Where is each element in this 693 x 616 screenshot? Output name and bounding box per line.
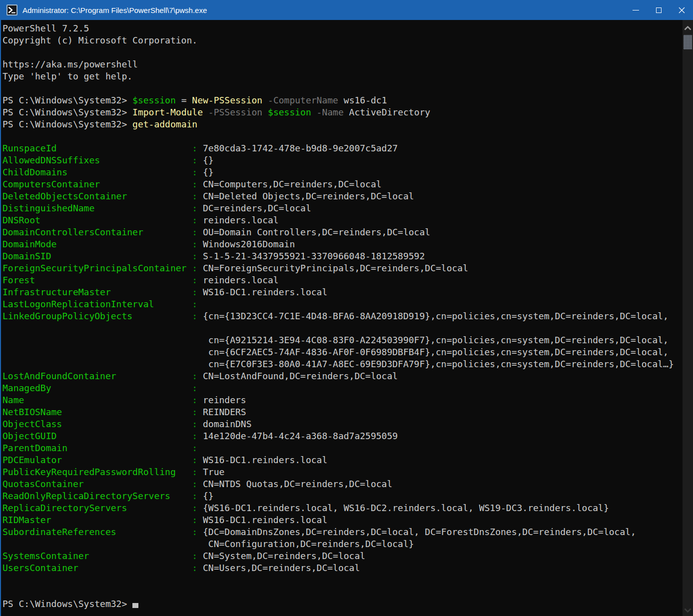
console-content: PowerShell 7.2.5Copyright (c) Microsoft … xyxy=(0,20,693,616)
token-default: ActiveDirectory xyxy=(344,107,430,117)
property-name: ParentDomain xyxy=(2,443,186,453)
maximize-button[interactable] xyxy=(647,0,670,20)
terminal-line: DomainSID : S-1-5-21-3437955921-33709660… xyxy=(2,250,683,262)
property-value: OU=Domain Controllers,DC=reinders,DC=loc… xyxy=(203,227,430,237)
command-input-line[interactable]: PS C:\Windows\System32> xyxy=(2,598,683,610)
colon-separator: : xyxy=(186,431,203,441)
terminal-line: LastLogonReplicationInterval : xyxy=(2,298,683,310)
colon-separator: : xyxy=(186,419,203,429)
terminal-line xyxy=(2,574,683,586)
terminal-line: ManagedBy : xyxy=(2,382,683,394)
property-value: 7e80cda3-1742-478e-b9d8-9e2007c5ad27 xyxy=(203,143,398,153)
powershell-window: Administrator: C:\Program Files\PowerShe… xyxy=(0,0,693,616)
property-value: CN=Deleted Objects,DC=reinders,DC=local xyxy=(203,191,414,201)
property-value: reinders.local xyxy=(203,275,279,285)
terminal-line: ForeignSecurityPrincipalsContainer : CN=… xyxy=(2,262,683,274)
banner-text: PowerShell 7.2.5 xyxy=(2,23,89,33)
token-default xyxy=(262,95,268,105)
property-value: {} xyxy=(203,167,214,177)
banner-text: https://aka.ms/powershell xyxy=(2,59,138,69)
property-value: CN=System,DC=reinders,DC=local xyxy=(203,551,365,561)
colon-separator: : xyxy=(186,527,203,537)
property-name: NetBIOSName xyxy=(2,407,186,417)
terminal-line: DomainControllersContainer : OU=Domain C… xyxy=(2,226,683,238)
property-name: ChildDomains xyxy=(2,167,186,177)
terminal-line: RunspaceId : 7e80cda3-1742-478e-b9d8-9e2… xyxy=(2,142,683,154)
terminal-line: ObjectGUID : 14e120de-47b4-4c24-a368-8ad… xyxy=(2,430,683,442)
terminal-line: CN=Configuration,DC=reinders,DC=local} xyxy=(2,538,683,550)
property-value-continuation: cn={E7C0F3E3-80A0-41A7-A8EC-69E9D3DFA79F… xyxy=(2,359,674,369)
terminal-line: ReplicaDirectoryServers : {WS16-DC1.rein… xyxy=(2,502,683,514)
property-name: Forest xyxy=(2,275,186,285)
powershell-icon xyxy=(6,4,17,15)
colon-separator: : xyxy=(186,227,203,237)
terminal-line: Name : reinders xyxy=(2,394,683,406)
terminal-line: UsersContainer : CN=Users,DC=reinders,DC… xyxy=(2,562,683,574)
property-name: AllowedDNSSuffixes xyxy=(2,155,186,165)
property-name: RIDMaster xyxy=(2,515,186,525)
prompt: PS C:\Windows\System32> xyxy=(2,599,132,609)
terminal-line xyxy=(2,322,683,334)
scroll-thumb[interactable] xyxy=(684,35,692,49)
colon-separator: : xyxy=(186,155,203,165)
token-parameter: -ComputerName xyxy=(268,95,338,105)
terminal-line: PS C:\Windows\System32> $session = New-P… xyxy=(2,94,683,106)
token-operator: = xyxy=(181,95,187,105)
property-value: DC=reinders,DC=local xyxy=(203,203,311,213)
text-cursor xyxy=(132,603,138,608)
property-name: InfrastructureMaster xyxy=(2,287,186,297)
property-value: {cn={13D23CC4-7C1E-4D48-BFA6-8AA20918D91… xyxy=(203,311,669,321)
terminal-line: NetBIOSName : REINDERS xyxy=(2,406,683,418)
terminal-line: ComputersContainer : CN=Computers,DC=rei… xyxy=(2,178,683,190)
token-default xyxy=(186,95,192,105)
property-name: QuotasContainer xyxy=(2,479,186,489)
terminal-line: LostAndFoundContainer : CN=LostAndFound,… xyxy=(2,370,683,382)
colon-separator: : xyxy=(186,563,203,573)
banner-text: Copyright (c) Microsoft Corporation. xyxy=(2,35,197,45)
token-command: New-PSSession xyxy=(192,95,262,105)
colon-separator: : xyxy=(186,143,203,153)
scrollbar[interactable] xyxy=(683,20,693,616)
terminal-line: ChildDomains : {} xyxy=(2,166,683,178)
property-name: DomainSID xyxy=(2,251,186,261)
terminal-line: cn={6CF2AEC5-74AF-4836-AF0F-0F6989DBFB4F… xyxy=(2,346,683,358)
property-name: DeletedObjectsContainer xyxy=(2,191,186,201)
token-default xyxy=(203,107,208,117)
scroll-up-arrow[interactable] xyxy=(683,23,693,33)
property-value: {WS16-DC1.reinders.local, WS16-DC2.reind… xyxy=(203,503,609,513)
minimize-button[interactable] xyxy=(624,0,647,20)
terminal-line: PowerShell 7.2.5 xyxy=(2,22,683,34)
property-name: PublicKeyRequiredPasswordRolling xyxy=(2,467,186,477)
colon-separator: : xyxy=(186,371,203,381)
property-name: SystemsContainer xyxy=(2,551,186,561)
property-name: ReadOnlyReplicaDirectoryServers xyxy=(2,491,186,501)
property-value-continuation: cn={6CF2AEC5-74AF-4836-AF0F-0F6989DBFB4F… xyxy=(2,347,669,357)
property-name: DomainControllersContainer xyxy=(2,227,186,237)
window-title: Administrator: C:\Program Files\PowerShe… xyxy=(22,6,207,14)
terminal-line: https://aka.ms/powershell xyxy=(2,58,683,70)
close-button[interactable] xyxy=(670,0,693,20)
terminal-line: RIDMaster : WS16-DC1.reinders.local xyxy=(2,514,683,526)
terminal-line: DomainMode : Windows2016Domain xyxy=(2,238,683,250)
terminal-line: AllowedDNSSuffixes : {} xyxy=(2,154,683,166)
titlebar[interactable]: Administrator: C:\Program Files\PowerShe… xyxy=(0,0,693,20)
token-default xyxy=(262,107,268,117)
terminal-line xyxy=(2,586,683,598)
terminal-line: PS C:\Windows\System32> Import-Module -P… xyxy=(2,106,683,118)
terminal-screen[interactable]: PowerShell 7.2.5Copyright (c) Microsoft … xyxy=(0,20,683,616)
terminal-line: LinkedGroupPolicyObjects : {cn={13D23CC4… xyxy=(2,310,683,322)
terminal-line: ParentDomain : xyxy=(2,442,683,454)
property-name: DistinguishedName xyxy=(2,203,186,213)
chevron-down-icon xyxy=(684,608,692,613)
property-value: REINDERS xyxy=(203,407,246,417)
token-default: PS C:\Windows\System32> xyxy=(2,119,132,129)
colon-separator: : xyxy=(186,443,203,453)
banner-text: Type 'help' to get help. xyxy=(2,71,132,81)
token-default xyxy=(311,107,317,117)
property-value: CN=ForeignSecurityPrincipals,DC=reinders… xyxy=(203,263,468,273)
terminal-line: QuotasContainer : CN=NTDS Quotas,DC=rein… xyxy=(2,478,683,490)
colon-separator: : xyxy=(186,407,203,417)
token-default: ws16-dc1 xyxy=(338,95,387,105)
colon-separator: : xyxy=(186,179,203,189)
scroll-down-arrow[interactable] xyxy=(683,605,693,615)
